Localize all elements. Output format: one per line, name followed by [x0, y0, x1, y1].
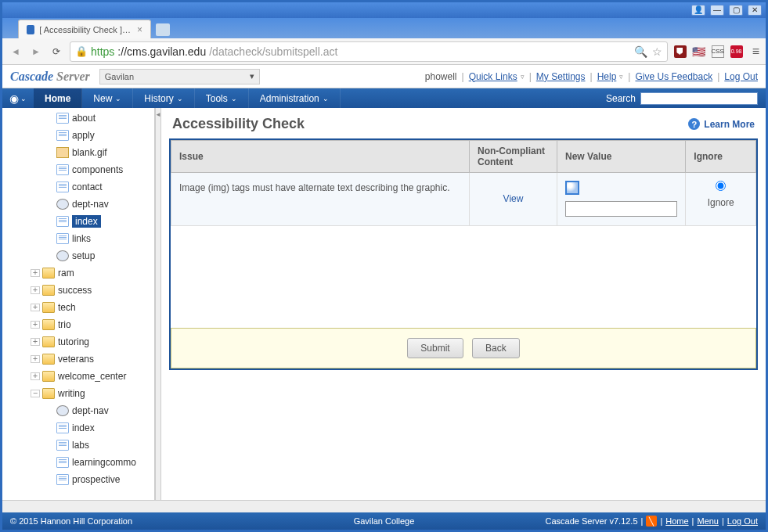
expand-icon[interactable]: + [31, 269, 40, 277]
tree-item[interactable]: dept-nav [2, 402, 154, 419]
tree-item[interactable]: setup [2, 247, 154, 264]
tree-item[interactable]: labs [2, 437, 154, 454]
expand-icon[interactable]: − [31, 390, 40, 397]
rss-icon[interactable]: ╲ [646, 516, 657, 527]
expand-icon[interactable]: + [31, 355, 40, 363]
tree-item[interactable]: contact [2, 178, 154, 196]
tree-item[interactable]: +success [2, 282, 154, 299]
new-tab-button[interactable] [156, 23, 170, 36]
tree-item[interactable]: +tutoring [2, 333, 154, 350]
tree-item-label: labs [72, 440, 89, 451]
footer-logout[interactable]: Log Out [727, 516, 758, 526]
footer-college: Gavilan College [354, 516, 415, 526]
flag-icon[interactable]: 🇺🇸 [693, 45, 705, 58]
tree-item-label: ram [58, 268, 74, 279]
view-link[interactable]: View [503, 193, 524, 204]
splitter-handle[interactable]: ◄ [155, 108, 161, 500]
expand-icon[interactable]: + [31, 338, 40, 346]
expand-icon[interactable]: + [31, 286, 40, 294]
tree-item[interactable]: +welcome_center [2, 368, 154, 385]
help-icon: ? [688, 118, 700, 130]
tree-item-label: about [72, 113, 96, 124]
bookmark-icon[interactable]: ☆ [652, 45, 662, 58]
logout-link[interactable]: Log Out [724, 71, 758, 82]
chrome-menu-icon[interactable]: ≡ [752, 45, 759, 59]
footer-home[interactable]: Home [665, 516, 688, 526]
menu-home[interactable]: Home [34, 88, 82, 108]
new-value-input[interactable] [565, 201, 677, 217]
url-protocol: https [91, 45, 114, 58]
close-tab-icon[interactable]: × [137, 24, 142, 35]
tree-item[interactable]: +ram [2, 264, 154, 282]
tree-item[interactable]: prospective [2, 471, 154, 488]
menu-new[interactable]: New⌄ [82, 88, 133, 108]
tree-item[interactable]: +tech [2, 299, 154, 316]
maximize-button[interactable]: ▢ [729, 5, 743, 16]
tree-item[interactable]: learningcommo [2, 454, 154, 471]
tree-item[interactable]: blank.gif [2, 144, 154, 161]
forward-button[interactable]: ► [29, 45, 43, 59]
menu-history[interactable]: History⌄ [133, 88, 194, 108]
learn-more-link[interactable]: ? Learn More [688, 118, 755, 130]
image-preview-icon[interactable] [565, 181, 579, 195]
tree-item[interactable]: +trio [2, 316, 154, 333]
action-row: Submit Back [171, 328, 756, 368]
my-settings-link[interactable]: My Settings [536, 71, 586, 82]
footer-menu[interactable]: Menu [697, 516, 719, 526]
menu-administration[interactable]: Administration⌄ [249, 88, 341, 108]
tree-item[interactable]: components [2, 161, 154, 178]
page-icon [56, 474, 69, 485]
expand-icon[interactable]: + [31, 304, 40, 311]
address-bar[interactable]: 🔒 https://cms.gavilan.edu/datacheck/subm… [70, 41, 668, 62]
ublock-icon[interactable]: ⛊ [674, 45, 687, 58]
tree-item-label: success [58, 285, 92, 296]
back-button-form[interactable]: Back [472, 338, 520, 358]
tree-item[interactable]: index [2, 419, 154, 437]
tree-item[interactable]: +veterans [2, 350, 154, 368]
browser-toolbar: ◄ ► ⟳ 🔒 https://cms.gavilan.edu/datachec… [2, 38, 766, 65]
help-link[interactable]: Help [597, 71, 617, 82]
user-icon[interactable]: 👤 [691, 5, 705, 16]
page-icon [56, 422, 69, 433]
submit-button[interactable]: Submit [407, 338, 463, 358]
tree-item[interactable]: about [2, 110, 154, 127]
expand-icon[interactable]: + [31, 372, 40, 380]
search-icon[interactable]: 🔍 [634, 45, 647, 58]
search-input[interactable] [640, 92, 758, 105]
ignore-label: Ignore [708, 197, 734, 208]
expand-icon[interactable]: + [31, 321, 40, 329]
tree-item[interactable]: −writing [2, 385, 154, 402]
favicon-icon [27, 25, 34, 34]
tree-item[interactable]: index [2, 213, 154, 230]
tree-item-label: trio [58, 319, 71, 330]
page-icon [56, 440, 69, 451]
ignore-radio[interactable] [716, 181, 726, 191]
feedback-link[interactable]: Give Us Feedback [635, 71, 712, 82]
back-button[interactable]: ◄ [9, 45, 23, 59]
reload-button[interactable]: ⟳ [49, 45, 63, 59]
browser-tab[interactable]: [ Accessibility Check ] Casca × [18, 20, 151, 38]
css-ext-icon[interactable]: CSS [712, 45, 724, 58]
folder-icon [42, 371, 55, 382]
tree-item[interactable]: links [2, 230, 154, 247]
lastpass-icon[interactable]: 0.98 [730, 45, 743, 58]
close-window-button[interactable]: ✕ [748, 5, 762, 16]
horizontal-scrollbar[interactable] [2, 500, 766, 512]
menu-tools[interactable]: Tools⌄ [195, 88, 249, 108]
folder-icon [42, 268, 55, 279]
site-selector-value: Gavilan [105, 72, 134, 81]
home-swirl-icon[interactable]: ◉⌄ [2, 92, 34, 105]
tree-item[interactable]: dept-nav [2, 196, 154, 213]
browser-tabstrip: [ Accessibility Check ] Casca × [2, 18, 766, 38]
quick-links-link[interactable]: Quick Links [469, 71, 517, 82]
url-path: /datacheck/submitspell.act [209, 45, 337, 58]
sidebar-tree[interactable]: aboutapplyblank.gifcomponentscontactdept… [2, 108, 155, 500]
page-icon [56, 233, 69, 244]
main-menubar: ◉⌄ Home New⌄ History⌄ Tools⌄ Administrat… [2, 88, 766, 108]
tree-item[interactable]: apply [2, 127, 154, 144]
minimize-button[interactable]: — [710, 5, 724, 16]
site-selector[interactable]: Gavilan ▾ [99, 69, 260, 84]
window-titlebar: 👤 — ▢ ✕ [2, 2, 766, 18]
th-newval: New Value [557, 141, 686, 173]
chevron-down-icon: ▾ [250, 71, 254, 81]
